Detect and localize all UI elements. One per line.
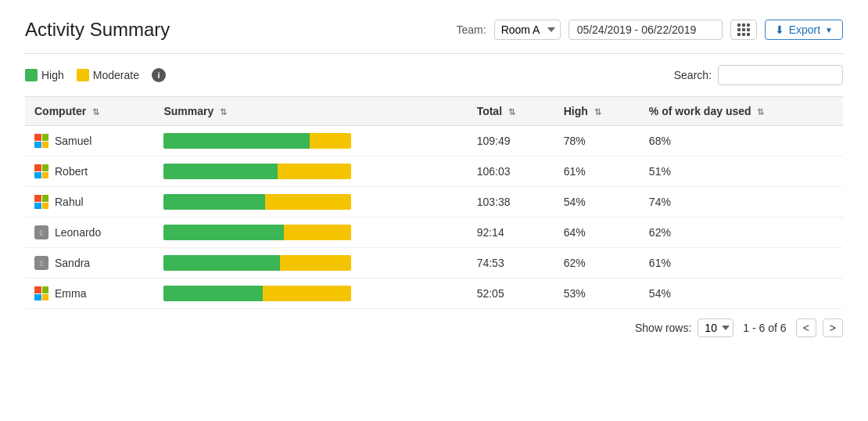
windows-icon bbox=[34, 195, 48, 209]
cell-total: 92:14 bbox=[468, 218, 554, 248]
windows-icon bbox=[34, 134, 48, 148]
next-page-button[interactable]: > bbox=[823, 318, 843, 337]
cell-summary bbox=[154, 157, 467, 187]
moderate-bar bbox=[263, 286, 351, 301]
legend-search-bar: High Moderate i Search: bbox=[25, 54, 843, 93]
computer-name: Robert bbox=[55, 165, 88, 178]
cell-workday: 54% bbox=[640, 279, 843, 309]
activity-bar bbox=[163, 194, 351, 210]
high-bar bbox=[163, 164, 278, 179]
mac-icon:  bbox=[34, 225, 48, 239]
activity-table: Computer ⇅ Summary ⇅ Total ⇅ High ⇅ % of… bbox=[25, 96, 843, 309]
high-bar bbox=[163, 133, 310, 149]
windows-icon bbox=[34, 164, 48, 178]
rows-per-page-select[interactable]: 10 bbox=[698, 318, 733, 337]
table-row: Rahul 103:38 54% 74% bbox=[25, 187, 843, 218]
cell-workday: 62% bbox=[640, 218, 843, 248]
search-area: Search: bbox=[674, 65, 843, 85]
legend-moderate: Moderate bbox=[77, 69, 139, 81]
legend-high: High bbox=[25, 69, 64, 81]
cell-total: 103:38 bbox=[468, 187, 554, 218]
activity-bar bbox=[163, 133, 351, 149]
cell-workday: 51% bbox=[640, 157, 843, 187]
grid-icon bbox=[737, 23, 750, 36]
cell-workday: 61% bbox=[640, 248, 843, 279]
sort-icon-high[interactable]: ⇅ bbox=[594, 107, 601, 117]
cell-summary bbox=[154, 248, 467, 279]
col-summary: Summary ⇅ bbox=[154, 97, 467, 126]
moderate-bar bbox=[310, 133, 351, 149]
cell-high: 53% bbox=[554, 279, 640, 309]
legend: High Moderate i bbox=[25, 68, 166, 82]
search-input[interactable] bbox=[718, 65, 843, 85]
cell-workday: 74% bbox=[640, 187, 843, 218]
cell-computer[interactable]:  Leonardo bbox=[25, 218, 154, 248]
cell-high: 54% bbox=[554, 187, 640, 218]
cell-total: 106:03 bbox=[468, 157, 554, 187]
team-select[interactable]: Room A bbox=[494, 20, 561, 40]
table-row: Robert 106:03 61% 51% bbox=[25, 157, 843, 187]
table-header-row: Computer ⇅ Summary ⇅ Total ⇅ High ⇅ % of… bbox=[25, 97, 843, 126]
cell-total: 74:53 bbox=[468, 248, 554, 279]
activity-bar bbox=[163, 225, 351, 240]
table-footer: Show rows: 10 1 - 6 of 6 < > bbox=[25, 309, 843, 340]
mac-icon:  bbox=[34, 256, 48, 270]
sort-icon-computer[interactable]: ⇅ bbox=[92, 107, 99, 117]
cell-high: 64% bbox=[554, 218, 640, 248]
cell-computer[interactable]: Rahul bbox=[25, 187, 154, 218]
moderate-bar bbox=[278, 164, 351, 179]
high-bar bbox=[163, 225, 284, 240]
moderate-bar bbox=[284, 225, 351, 240]
pagination-info: 1 - 6 of 6 bbox=[743, 322, 786, 334]
col-computer: Computer ⇅ bbox=[25, 97, 154, 126]
cell-high: 78% bbox=[554, 126, 640, 157]
cell-summary bbox=[154, 279, 467, 309]
moderate-swatch bbox=[77, 69, 89, 81]
sort-icon-workday[interactable]: ⇅ bbox=[757, 107, 764, 117]
export-button[interactable]: ⬇ Export ▼ bbox=[765, 20, 843, 40]
export-icon: ⬇ bbox=[775, 23, 784, 36]
high-bar bbox=[163, 286, 263, 301]
cell-workday: 68% bbox=[640, 126, 843, 157]
cell-computer[interactable]:  Sandra bbox=[25, 248, 154, 279]
table-row: Emma 52:05 53% 54% bbox=[25, 279, 843, 309]
activity-bar bbox=[163, 164, 351, 179]
activity-bar bbox=[163, 286, 351, 301]
cell-summary bbox=[154, 218, 467, 248]
cell-computer[interactable]: Emma bbox=[25, 279, 154, 309]
cell-computer[interactable]: Robert bbox=[25, 157, 154, 187]
header-controls: Team: Room A ⬇ Export ▼ bbox=[457, 20, 844, 40]
prev-page-button[interactable]: < bbox=[796, 318, 816, 337]
computer-name: Samuel bbox=[55, 135, 91, 147]
table-row:  Sandra 74:53 62% 61% bbox=[25, 248, 843, 279]
moderate-bar bbox=[280, 255, 351, 271]
grid-view-button[interactable] bbox=[730, 20, 757, 40]
high-swatch bbox=[25, 69, 38, 81]
cell-computer[interactable]: Samuel bbox=[25, 126, 154, 157]
activity-bar bbox=[163, 255, 351, 271]
cell-high: 61% bbox=[554, 157, 640, 187]
windows-icon bbox=[34, 286, 48, 300]
date-range-input[interactable] bbox=[569, 20, 723, 40]
moderate-bar bbox=[265, 194, 351, 210]
legend-high-label: High bbox=[41, 69, 64, 81]
page-title: Activity Summary bbox=[25, 19, 170, 41]
high-bar bbox=[163, 255, 280, 271]
export-caret-icon: ▼ bbox=[825, 26, 833, 34]
cell-total: 52:05 bbox=[468, 279, 554, 309]
computer-name: Leonardo bbox=[55, 226, 101, 239]
high-bar bbox=[163, 194, 265, 210]
export-label: Export bbox=[789, 23, 820, 36]
col-workday: % of work day used ⇅ bbox=[640, 97, 843, 126]
sort-icon-summary[interactable]: ⇅ bbox=[220, 107, 227, 117]
cell-summary bbox=[154, 187, 467, 218]
info-icon[interactable]: i bbox=[152, 68, 166, 82]
cell-total: 109:49 bbox=[468, 126, 554, 157]
computer-name: Rahul bbox=[55, 196, 84, 208]
table-row:  Leonardo 92:14 64% 62% bbox=[25, 218, 843, 248]
computer-name: Sandra bbox=[55, 257, 90, 269]
sort-icon-total[interactable]: ⇅ bbox=[508, 107, 515, 117]
table-row: Samuel 109:49 78% 68% bbox=[25, 126, 843, 157]
cell-summary bbox=[154, 126, 467, 157]
team-label: Team: bbox=[457, 23, 486, 36]
